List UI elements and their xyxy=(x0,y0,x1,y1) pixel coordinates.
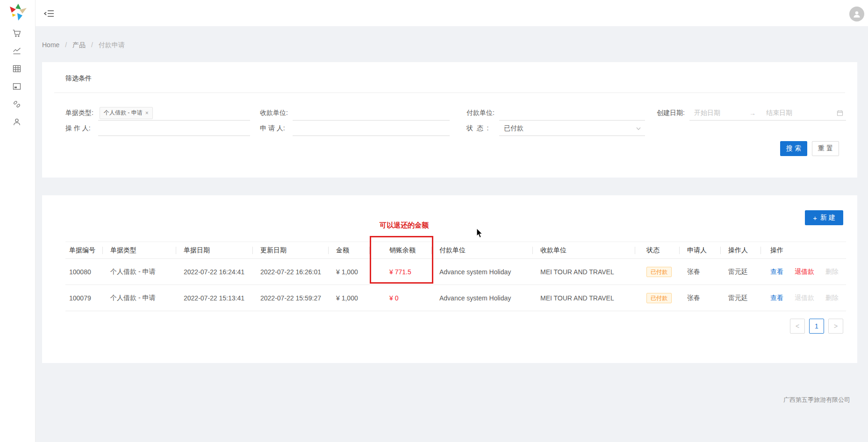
user-avatar[interactable] xyxy=(849,7,864,21)
field-doc-type: 单据类型: 个人借款 - 申请 × xyxy=(65,106,250,121)
view-link[interactable]: 查看 xyxy=(770,268,783,275)
col-balance: 销账余额 xyxy=(370,246,432,255)
menu-fold-icon[interactable] xyxy=(44,8,54,19)
table-header-row: 单据编号 单据类型 单据日期 更新日期 金额 销账余额 付款单位 收款单位 状态… xyxy=(65,242,846,259)
cell-payee: MEI TOUR AND TRAVEL xyxy=(533,294,635,302)
col-doc-type: 单据类型 xyxy=(103,246,176,255)
col-status: 状态 xyxy=(635,246,680,255)
sidebar-item-link[interactable] xyxy=(12,100,23,111)
field-status: 状 态 : 已付款 xyxy=(466,121,645,136)
cell-applicant: 张春 xyxy=(680,268,721,276)
status-select-value: 已付款 xyxy=(504,124,524,133)
col-payer: 付款单位 xyxy=(432,246,533,255)
status-badge: 已付款 xyxy=(646,267,672,277)
date-range-input[interactable]: 开始日期 → 结束日期 xyxy=(689,106,846,121)
list-panel: + 新 建 可以退还的金额 单据编号 单据类型 单据日期 更新日期 金额 销账余… xyxy=(42,195,857,363)
breadcrumb-separator: / xyxy=(91,41,93,49)
pagination-page-1[interactable]: 1 xyxy=(809,319,824,334)
app-logo[interactable] xyxy=(8,3,27,21)
cell-doc-date: 2022-07-22 16:24:41 xyxy=(176,268,253,276)
cell-status: 已付款 xyxy=(635,293,680,303)
col-doc-no: 单据编号 xyxy=(65,246,103,255)
end-date-placeholder[interactable]: 结束日期 xyxy=(766,109,846,117)
search-button[interactable]: 搜 索 xyxy=(780,141,807,156)
sidebar-item-cart[interactable] xyxy=(12,29,23,40)
sidebar-item-table[interactable] xyxy=(12,64,23,75)
cell-doc-date: 2022-07-22 15:13:41 xyxy=(176,294,253,302)
doc-type-tag[interactable]: 个人借款 - 申请 × xyxy=(100,107,153,119)
cell-update-date: 2022-07-22 16:26:01 xyxy=(253,268,329,276)
status-label: 状 态 : xyxy=(466,124,496,133)
cell-payer: Advance system Holiday xyxy=(432,268,533,276)
calendar-icon[interactable] xyxy=(837,110,843,116)
plus-icon: + xyxy=(813,214,817,222)
payee-label: 收款单位: xyxy=(260,109,290,117)
col-payee: 收款单位 xyxy=(533,246,635,255)
operator-label: 操 作 人: xyxy=(65,124,95,133)
field-operator: 操 作 人: xyxy=(65,121,250,136)
create-date-label: 创建日期: xyxy=(657,109,687,117)
range-arrow-icon: → xyxy=(749,109,766,117)
col-applicant: 申请人 xyxy=(680,246,721,255)
chevron-down-icon xyxy=(636,126,641,131)
breadcrumb-product[interactable]: 产品 xyxy=(72,41,86,49)
applicant-label: 申 请 人: xyxy=(260,124,290,133)
col-update-date: 更新日期 xyxy=(253,246,329,255)
payer-label: 付款单位: xyxy=(466,109,496,117)
pagination-next: > xyxy=(828,319,843,334)
payer-input[interactable] xyxy=(499,106,645,121)
view-link[interactable]: 查看 xyxy=(770,294,783,301)
cell-doc-type: 个人借款 - 申请 xyxy=(103,268,176,276)
field-create-date: 创建日期: 开始日期 → 结束日期 xyxy=(657,106,846,121)
filter-title: 筛选条件 xyxy=(65,74,92,83)
doc-type-label: 单据类型: xyxy=(65,109,95,117)
new-button[interactable]: + 新 建 xyxy=(805,210,843,225)
cell-actions: 查看 退借款 删除 xyxy=(761,268,846,276)
breadcrumb-separator: / xyxy=(65,41,67,49)
pagination-prev: < xyxy=(790,319,805,334)
sidebar-item-chart[interactable] xyxy=(12,46,23,57)
cell-doc-no: 100079 xyxy=(65,294,103,302)
sidebar-item-panel[interactable] xyxy=(12,82,23,93)
chevron-left-icon: < xyxy=(796,322,799,330)
app-root: Home / 产品 / 付款申请 筛选条件 单据类型: 个人借款 - 申请 × … xyxy=(0,0,868,442)
doc-type-tag-label: 个人借款 - 申请 xyxy=(104,109,143,117)
col-operator: 操作人 xyxy=(721,246,761,255)
cell-applicant: 张春 xyxy=(680,294,721,302)
refund-link[interactable]: 退借款 xyxy=(795,268,814,275)
start-date-placeholder[interactable]: 开始日期 xyxy=(694,109,749,117)
col-doc-date: 单据日期 xyxy=(176,246,253,255)
payee-input[interactable] xyxy=(293,106,450,121)
cell-amount: ¥ 1,000 xyxy=(329,294,370,302)
status-select[interactable]: 已付款 xyxy=(499,121,645,136)
sidebar xyxy=(0,0,36,442)
cell-actions: 查看 退借款 删除 xyxy=(761,294,846,302)
col-actions: 操作 xyxy=(761,246,846,255)
cell-amount: ¥ 1,000 xyxy=(329,268,370,276)
cell-doc-type: 个人借款 - 申请 xyxy=(103,294,176,302)
cell-operator: 雷元廷 xyxy=(721,268,761,276)
cell-update-date: 2022-07-22 15:59:27 xyxy=(253,294,329,302)
breadcrumb: Home / 产品 / 付款申请 xyxy=(42,41,125,50)
status-badge: 已付款 xyxy=(646,293,672,303)
cell-balance: ¥ 0 xyxy=(370,294,432,302)
cell-doc-no: 100080 xyxy=(65,268,103,276)
doc-type-input[interactable]: 个人借款 - 申请 × xyxy=(98,106,250,121)
table-row: 100080 个人借款 - 申请 2022-07-22 16:24:41 202… xyxy=(65,259,846,285)
footer-company: 广西第五季旅游有限公司 xyxy=(783,396,850,404)
cell-payee: MEI TOUR AND TRAVEL xyxy=(533,268,635,276)
reset-button[interactable]: 重 置 xyxy=(812,141,839,156)
chevron-right-icon: > xyxy=(834,322,838,330)
breadcrumb-home[interactable]: Home xyxy=(42,41,59,49)
applicant-input[interactable] xyxy=(293,121,450,136)
cell-payer: Advance system Holiday xyxy=(432,294,533,302)
field-applicant: 申 请 人: xyxy=(260,121,450,136)
tag-close-icon[interactable]: × xyxy=(145,110,149,116)
field-payer: 付款单位: xyxy=(466,106,645,121)
cell-status: 已付款 xyxy=(635,267,680,277)
cell-balance: ¥ 771.5 xyxy=(370,268,432,276)
field-payee: 收款单位: xyxy=(260,106,450,121)
sidebar-item-user[interactable] xyxy=(12,117,23,128)
operator-input[interactable] xyxy=(98,121,250,136)
delete-link: 删除 xyxy=(825,268,839,275)
